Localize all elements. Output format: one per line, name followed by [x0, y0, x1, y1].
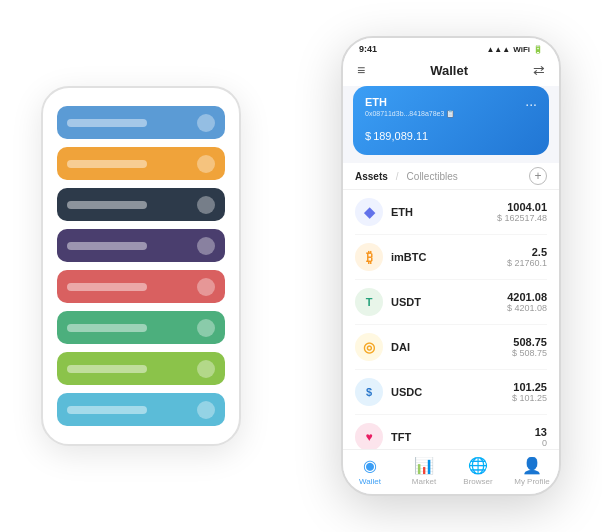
page-title: Wallet: [430, 63, 468, 78]
assets-tabs: Assets / Collectibles +: [343, 163, 559, 190]
tft-icon: ♥: [355, 423, 383, 449]
usdc-icon: $: [355, 378, 383, 406]
eth-card[interactable]: ··· ETH 0x08711d3b...8418a78e3 📋 $189,08…: [353, 86, 549, 155]
nav-profile[interactable]: 👤 My Profile: [512, 456, 552, 486]
asset-name: TFT: [391, 431, 411, 443]
table-row[interactable]: ◎ DAI 508.75 $ 508.75: [355, 325, 547, 370]
asset-name: ETH: [391, 206, 413, 218]
dollar-sign: $: [365, 130, 371, 142]
foreground-phone: 9:41 ▲▲▲ WiFi 🔋 ≡ Wallet ⇄ ··· ETH 0x087…: [341, 36, 561, 496]
status-time: 9:41: [359, 44, 377, 54]
wallet-nav-label: Wallet: [359, 477, 381, 486]
eth-card-title: ETH: [365, 96, 537, 108]
card-label: [67, 365, 147, 373]
asset-left: ♥ TFT: [355, 423, 411, 449]
add-asset-button[interactable]: +: [529, 167, 547, 185]
list-item[interactable]: [57, 106, 225, 139]
card-icon: [197, 401, 215, 419]
asset-right: 508.75 $ 508.75: [512, 336, 547, 358]
list-item[interactable]: [57, 393, 225, 426]
card-label: [67, 242, 147, 250]
asset-right: 1004.01 $ 162517.48: [497, 201, 547, 223]
list-item[interactable]: [57, 229, 225, 262]
list-item[interactable]: [57, 270, 225, 303]
battery-icon: 🔋: [533, 45, 543, 54]
usdt-icon: T: [355, 288, 383, 316]
card-label: [67, 324, 147, 332]
imbtc-icon: ₿: [355, 243, 383, 271]
asset-amount: 1004.01: [497, 201, 547, 213]
asset-list: ◆ ETH 1004.01 $ 162517.48 ₿ imBTC 2.5 $ …: [343, 190, 559, 449]
menu-icon[interactable]: ≡: [357, 62, 365, 78]
asset-right: 13 0: [535, 426, 547, 448]
card-icon: [197, 360, 215, 378]
card-label: [67, 201, 147, 209]
asset-amount: 13: [535, 426, 547, 438]
asset-amount: 4201.08: [507, 291, 547, 303]
browser-nav-label: Browser: [463, 477, 492, 486]
card-icon: [197, 278, 215, 296]
card-icon: [197, 155, 215, 173]
asset-amount: 101.25: [512, 381, 547, 393]
eth-card-balance: $189,089.11: [365, 124, 537, 145]
wifi-icon: WiFi: [513, 45, 530, 54]
card-icon: [197, 237, 215, 255]
card-icon: [197, 196, 215, 214]
eth-icon: ◆: [355, 198, 383, 226]
status-bar: 9:41 ▲▲▲ WiFi 🔋: [343, 38, 559, 58]
profile-nav-label: My Profile: [514, 477, 550, 486]
asset-name: DAI: [391, 341, 410, 353]
asset-left: ₿ imBTC: [355, 243, 426, 271]
bottom-nav: ◉ Wallet 📊 Market 🌐 Browser 👤 My Profile: [343, 449, 559, 494]
tab-assets[interactable]: Assets: [355, 171, 388, 182]
table-row[interactable]: $ USDC 101.25 $ 101.25: [355, 370, 547, 415]
asset-left: $ USDC: [355, 378, 422, 406]
asset-left: ◆ ETH: [355, 198, 413, 226]
asset-usd: $ 101.25: [512, 393, 547, 403]
phone-header: ≡ Wallet ⇄: [343, 58, 559, 86]
asset-usd: $ 4201.08: [507, 303, 547, 313]
profile-nav-icon: 👤: [522, 456, 542, 475]
asset-name: USDC: [391, 386, 422, 398]
asset-name: USDT: [391, 296, 421, 308]
asset-amount: 508.75: [512, 336, 547, 348]
market-nav-icon: 📊: [414, 456, 434, 475]
table-row[interactable]: ♥ TFT 13 0: [355, 415, 547, 449]
card-label: [67, 160, 147, 168]
asset-right: 101.25 $ 101.25: [512, 381, 547, 403]
scan-icon[interactable]: ⇄: [533, 62, 545, 78]
list-item[interactable]: [57, 352, 225, 385]
table-row[interactable]: ₿ imBTC 2.5 $ 21760.1: [355, 235, 547, 280]
asset-left: T USDT: [355, 288, 421, 316]
card-icon: [197, 319, 215, 337]
card-label: [67, 283, 147, 291]
asset-right: 4201.08 $ 4201.08: [507, 291, 547, 313]
list-item[interactable]: [57, 188, 225, 221]
nav-wallet[interactable]: ◉ Wallet: [350, 456, 390, 486]
list-item[interactable]: [57, 147, 225, 180]
asset-usd: $ 21760.1: [507, 258, 547, 268]
table-row[interactable]: T USDT 4201.08 $ 4201.08: [355, 280, 547, 325]
card-icon: [197, 114, 215, 132]
card-label: [67, 119, 147, 127]
nav-market[interactable]: 📊 Market: [404, 456, 444, 486]
asset-usd: $ 508.75: [512, 348, 547, 358]
tab-collectibles[interactable]: Collectibles: [407, 171, 458, 182]
market-nav-label: Market: [412, 477, 436, 486]
dai-icon: ◎: [355, 333, 383, 361]
asset-amount: 2.5: [507, 246, 547, 258]
asset-name: imBTC: [391, 251, 426, 263]
tab-divider: /: [396, 171, 399, 182]
tabs-left: Assets / Collectibles: [355, 171, 458, 182]
background-phone: [41, 86, 241, 446]
asset-usd: $ 162517.48: [497, 213, 547, 223]
asset-right: 2.5 $ 21760.1: [507, 246, 547, 268]
table-row[interactable]: ◆ ETH 1004.01 $ 162517.48: [355, 190, 547, 235]
list-item[interactable]: [57, 311, 225, 344]
asset-left: ◎ DAI: [355, 333, 410, 361]
wallet-nav-icon: ◉: [363, 456, 377, 475]
scene: 9:41 ▲▲▲ WiFi 🔋 ≡ Wallet ⇄ ··· ETH 0x087…: [11, 11, 591, 521]
card-label: [67, 406, 147, 414]
nav-browser[interactable]: 🌐 Browser: [458, 456, 498, 486]
asset-usd: 0: [535, 438, 547, 448]
